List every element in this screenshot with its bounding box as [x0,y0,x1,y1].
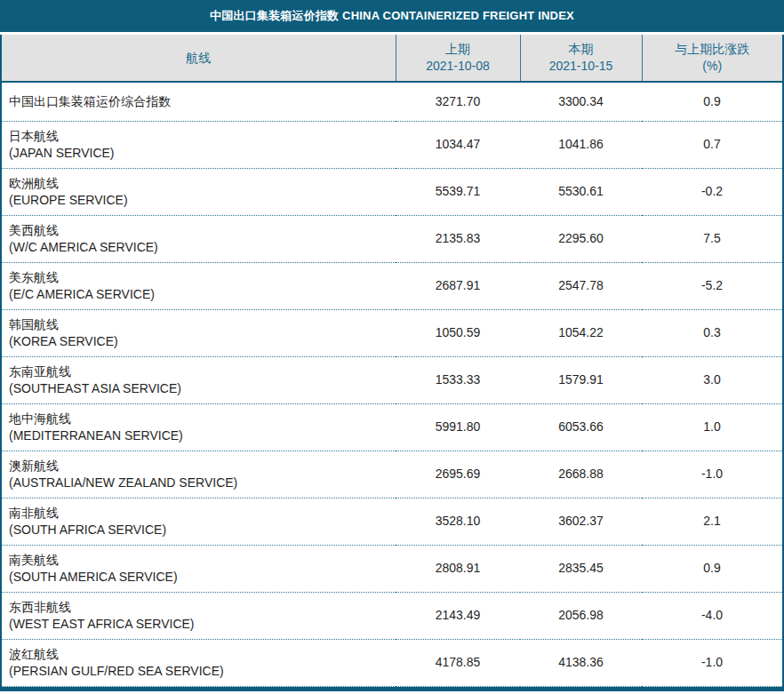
curr-period-value: 1579.91 [520,356,642,403]
change-percent-value: -4.0 [642,592,782,639]
table-row: 南美航线 (SOUTH AMERICA SERVICE) 2808.91 283… [2,545,782,592]
change-percent-value: 0.9 [642,545,782,592]
table-row: 东西非航线 (WEST EAST AFRICA SERVICE) 2143.49… [2,592,782,639]
route-name-cell: 日本航线 (JAPAN SERVICE) [2,121,396,168]
prev-period-value: 2143.49 [396,592,520,639]
prev-period-value: 5539.71 [396,168,520,215]
route-name-cell: 美东航线 (E/C AMERICA SERVICE) [2,262,396,309]
route-name-cn: 美西航线 [9,222,396,239]
prev-period-value: 2695.69 [396,451,520,498]
title-bar: 中国出口集装箱运价指数 CHINA CONTAINERIZED FREIGHT … [0,0,784,32]
change-percent-value: 0.3 [642,309,782,356]
change-percent-value: -0.2 [642,168,782,215]
route-name-cell: 中国出口集装箱运价综合指数 [2,82,396,121]
table-row: 中国出口集装箱运价综合指数 3271.70 3300.34 0.9 [2,82,782,121]
freight-index-table: 航线 上期 2021-10-08 本期 2021-10-15 与上期比涨跌 (%… [2,35,782,687]
change-column-label: 与上期比涨跌 [643,41,783,58]
column-header-change: 与上期比涨跌 (%) [642,35,782,82]
curr-period-value: 2056.98 [520,592,642,639]
table-row: 日本航线 (JAPAN SERVICE) 1034.47 1041.86 0.7 [2,121,782,168]
route-name-cell: 波红航线 (PERSIAN GULF/RED SEA SERVICE) [2,639,396,686]
route-name-cell: 南美航线 (SOUTH AMERICA SERVICE) [2,545,396,592]
prev-period-value: 1050.59 [396,309,520,356]
table-header: 航线 上期 2021-10-08 本期 2021-10-15 与上期比涨跌 (%… [2,35,782,82]
route-name-en: (EUROPE SERVICE) [9,192,396,209]
table-row: 澳新航线 (AUSTRALIA/NEW ZEALAND SERVICE) 269… [2,451,782,498]
route-name-cn: 东南亚航线 [9,363,396,380]
route-name-en: (E/C AMERICA SERVICE) [9,286,396,303]
route-name-cell: 美西航线 (W/C AMERICA SERVICE) [2,215,396,262]
route-name-cn: 澳新航线 [9,458,396,475]
table-row: 美东航线 (E/C AMERICA SERVICE) 2687.91 2547.… [2,262,782,309]
route-name-en: (W/C AMERICA SERVICE) [9,239,396,256]
route-name-cell: 南非航线 (SOUTH AFRICA SERVICE) [2,498,396,545]
route-name-en: (SOUTHEAST ASIA SERVICE) [9,380,396,397]
route-name-cn: 南非航线 [9,505,396,522]
curr-period-value: 2547.78 [520,262,642,309]
curr-period-value: 2295.60 [520,215,642,262]
route-name-cn: 美东航线 [9,269,396,286]
route-name-cn: 中国出口集装箱运价综合指数 [9,93,396,110]
prev-period-value: 4178.85 [396,639,520,686]
route-name-en: (KOREA SERVICE) [9,333,396,350]
curr-period-value: 2835.45 [520,545,642,592]
prev-period-value: 1034.47 [396,121,520,168]
change-column-unit: (%) [643,58,783,75]
route-name-cn: 韩国航线 [9,316,396,333]
table-row: 波红航线 (PERSIAN GULF/RED SEA SERVICE) 4178… [2,639,782,686]
change-percent-value: -5.2 [642,262,782,309]
prev-period-label: 上期 [396,41,520,58]
prev-period-value: 3271.70 [396,82,520,121]
route-name-en: (PERSIAN GULF/RED SEA SERVICE) [9,663,396,680]
change-percent-value: 1.0 [642,403,782,451]
bottom-border-bar [0,687,784,691]
prev-period-value: 2135.83 [396,215,520,262]
route-name-cn: 欧洲航线 [9,175,396,192]
route-name-en: (MEDITERRANEAN SERVICE) [9,427,396,444]
change-percent-value: 2.1 [642,498,782,545]
route-name-cell: 欧洲航线 (EUROPE SERVICE) [2,168,396,215]
change-percent-value: -1.0 [642,639,782,686]
change-percent-value: 0.7 [642,121,782,168]
table-row: 美西航线 (W/C AMERICA SERVICE) 2135.83 2295.… [2,215,782,262]
route-name-en: (SOUTH AMERICA SERVICE) [9,569,396,586]
change-percent-value: 7.5 [642,215,782,262]
route-name-cell: 澳新航线 (AUSTRALIA/NEW ZEALAND SERVICE) [2,451,396,498]
prev-period-value: 2808.91 [396,545,520,592]
column-header-route: 航线 [2,35,396,82]
column-header-prev-period: 上期 2021-10-08 [396,35,520,82]
route-name-cn: 波红航线 [9,646,396,663]
table-row: 地中海航线 (MEDITERRANEAN SERVICE) 5991.80 60… [2,403,782,451]
curr-period-date: 2021-10-15 [521,58,642,75]
route-name-cell: 东南亚航线 (SOUTHEAST ASIA SERVICE) [2,356,396,403]
table-row: 南非航线 (SOUTH AFRICA SERVICE) 3528.10 3602… [2,498,782,545]
route-name-cn: 地中海航线 [9,411,396,427]
prev-period-date: 2021-10-08 [396,58,520,75]
table-row: 欧洲航线 (EUROPE SERVICE) 5539.71 5530.61 -0… [2,168,782,215]
prev-period-value: 3528.10 [396,498,520,545]
table-body: 中国出口集装箱运价综合指数 3271.70 3300.34 0.9 日本航线 (… [2,82,782,686]
page-title: 中国出口集装箱运价指数 CHINA CONTAINERIZED FREIGHT … [210,8,574,24]
curr-period-value: 2668.88 [520,451,642,498]
table-row: 东南亚航线 (SOUTHEAST ASIA SERVICE) 1533.33 1… [2,356,782,403]
route-name-en: (AUSTRALIA/NEW ZEALAND SERVICE) [9,475,396,491]
curr-period-value: 5530.61 [520,168,642,215]
route-name-cn: 东西非航线 [9,599,396,616]
curr-period-value: 3602.37 [520,498,642,545]
route-name-cell: 东西非航线 (WEST EAST AFRICA SERVICE) [2,592,396,639]
route-name-cn: 日本航线 [9,128,396,145]
route-name-en: (SOUTH AFRICA SERVICE) [9,522,396,538]
curr-period-label: 本期 [521,41,642,58]
column-header-curr-period: 本期 2021-10-15 [520,35,642,82]
prev-period-value: 5991.80 [396,403,520,451]
route-name-en: (WEST EAST AFRICA SERVICE) [9,616,396,633]
table-row: 韩国航线 (KOREA SERVICE) 1050.59 1054.22 0.3 [2,309,782,356]
route-column-label: 航线 [2,50,396,67]
page: 中国出口集装箱运价指数 CHINA CONTAINERIZED FREIGHT … [0,0,784,694]
change-percent-value: -1.0 [642,451,782,498]
route-name-en: (JAPAN SERVICE) [9,145,396,162]
route-name-cell: 地中海航线 (MEDITERRANEAN SERVICE) [2,403,396,451]
change-percent-value: 0.9 [642,82,782,121]
prev-period-value: 2687.91 [396,262,520,309]
change-percent-value: 3.0 [642,356,782,403]
